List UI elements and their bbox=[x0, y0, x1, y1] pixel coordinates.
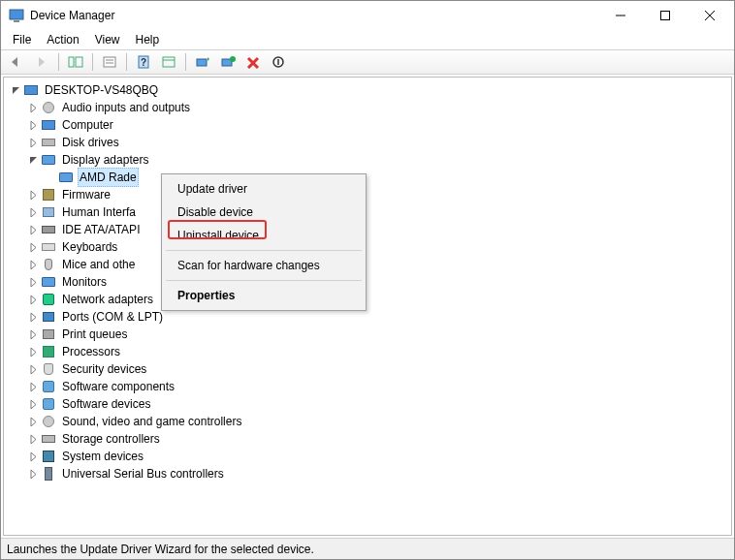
tree-item-cat-5[interactable]: Human Interfa bbox=[10, 203, 725, 221]
expand-icon[interactable] bbox=[27, 381, 39, 392]
tree-item-cat-4[interactable]: Firmware bbox=[10, 186, 725, 203]
ctx-disable-device[interactable]: Disable device bbox=[164, 201, 364, 224]
tree-item-cat-2[interactable]: Disk drives bbox=[10, 134, 725, 151]
sound-icon bbox=[41, 414, 56, 429]
svg-rect-0 bbox=[10, 10, 23, 19]
tree-item-cat-6[interactable]: IDE ATA/ATAPI bbox=[10, 221, 725, 238]
tree-item-label: Keyboards bbox=[60, 238, 119, 256]
sys-icon bbox=[41, 449, 56, 464]
sec-icon bbox=[41, 361, 56, 377]
close-button[interactable] bbox=[687, 1, 732, 30]
tree-item-cat-0[interactable]: Audio inputs and outputs bbox=[10, 99, 725, 116]
ctx-separator bbox=[166, 250, 362, 251]
tree-item-label: Print queues bbox=[60, 326, 129, 343]
forward-button[interactable] bbox=[30, 51, 53, 73]
tree-item-label: Audio inputs and outputs bbox=[60, 99, 192, 116]
expand-icon[interactable] bbox=[27, 294, 39, 305]
tree-item-cat-17[interactable]: Sound, video and game controllers bbox=[10, 413, 725, 430]
collapse-icon[interactable] bbox=[10, 84, 21, 96]
maximize-button[interactable] bbox=[643, 1, 687, 30]
expand-icon[interactable] bbox=[27, 346, 39, 358]
expand-icon[interactable] bbox=[27, 102, 39, 113]
tree-item-label: AMD Rade bbox=[78, 168, 139, 187]
tree-item-cat-1[interactable]: Computer bbox=[10, 116, 725, 134]
tree-item-cat-15[interactable]: Software components bbox=[10, 378, 725, 395]
tree-item-cat-18[interactable]: Storage controllers bbox=[10, 430, 725, 448]
expand-icon[interactable] bbox=[27, 311, 39, 323]
list-button[interactable] bbox=[157, 51, 180, 73]
expand-icon[interactable] bbox=[27, 241, 39, 253]
svg-point-17 bbox=[230, 56, 236, 62]
help-button[interactable]: ? bbox=[132, 51, 155, 73]
ctx-properties[interactable]: Properties bbox=[164, 284, 364, 307]
scan-hardware-button[interactable] bbox=[216, 51, 240, 73]
tree-item-label: Processors bbox=[60, 343, 122, 360]
tree-item-cat-11[interactable]: Ports (COM & LPT) bbox=[10, 308, 725, 326]
tree-item-label: Software components bbox=[60, 378, 176, 395]
tree-item-cat-7[interactable]: Keyboards bbox=[10, 238, 725, 256]
tree-item-cat-19[interactable]: System devices bbox=[10, 448, 725, 465]
tree-item-cat-16[interactable]: Software devices bbox=[10, 395, 725, 413]
tree-item-root[interactable]: DESKTOP-VS48QBQ bbox=[10, 81, 725, 99]
expand-icon[interactable] bbox=[27, 433, 39, 445]
expand-icon[interactable] bbox=[27, 276, 39, 288]
tree-item-label: Software devices bbox=[60, 395, 152, 413]
update-driver-button[interactable] bbox=[191, 51, 214, 73]
back-button[interactable] bbox=[5, 51, 28, 73]
comp-icon bbox=[41, 117, 56, 133]
tree-item-cat-14[interactable]: Security devices bbox=[10, 360, 725, 378]
svg-rect-7 bbox=[76, 57, 82, 67]
menu-help[interactable]: Help bbox=[128, 31, 168, 48]
comp-icon bbox=[23, 82, 39, 98]
ctx-scan-hardware[interactable]: Scan for hardware changes bbox=[164, 254, 364, 277]
expand-icon[interactable] bbox=[27, 363, 39, 375]
net-icon bbox=[41, 292, 56, 307]
menu-file[interactable]: File bbox=[5, 31, 39, 48]
expand-icon[interactable] bbox=[27, 189, 39, 201]
expand-icon[interactable] bbox=[27, 137, 39, 148]
minimize-button[interactable] bbox=[598, 1, 643, 30]
expand-icon[interactable] bbox=[27, 416, 39, 427]
svg-rect-6 bbox=[69, 57, 74, 67]
expand-icon[interactable] bbox=[27, 328, 39, 340]
menu-view[interactable]: View bbox=[87, 31, 128, 48]
disable-button[interactable] bbox=[267, 51, 290, 73]
tree-item-cat-20[interactable]: Universal Serial Bus controllers bbox=[10, 465, 725, 482]
show-hide-tree-button[interactable] bbox=[64, 51, 87, 73]
toolbar-separator bbox=[92, 53, 93, 71]
device-tree-panel[interactable]: DESKTOP-VS48QBQAudio inputs and outputsC… bbox=[3, 77, 732, 536]
tree-item-cat-3-child-0[interactable]: AMD Rade bbox=[10, 169, 725, 186]
properties-button[interactable] bbox=[98, 51, 121, 73]
menu-action[interactable]: Action bbox=[39, 31, 86, 48]
svg-rect-8 bbox=[104, 57, 115, 67]
expand-icon[interactable] bbox=[27, 398, 39, 410]
uninstall-button[interactable] bbox=[241, 51, 265, 73]
ctx-uninstall-device[interactable]: Uninstall device bbox=[164, 224, 364, 247]
tree-item-cat-9[interactable]: Monitors bbox=[10, 273, 725, 291]
tree-item-cat-13[interactable]: Processors bbox=[10, 343, 725, 360]
svg-rect-3 bbox=[661, 12, 670, 20]
expand-icon[interactable] bbox=[27, 468, 39, 480]
tree-item-cat-12[interactable]: Print queues bbox=[10, 326, 725, 343]
tree-item-label: Display adapters bbox=[60, 151, 150, 169]
ctx-update-driver[interactable]: Update driver bbox=[164, 177, 364, 201]
tree-item-cat-3[interactable]: Display adapters bbox=[10, 151, 725, 169]
collapse-icon[interactable] bbox=[27, 154, 39, 166]
kb-icon bbox=[41, 239, 56, 255]
tree-item-cat-8[interactable]: Mice and othe bbox=[10, 256, 725, 273]
expand-icon[interactable] bbox=[27, 224, 39, 235]
tree-item-label: IDE ATA/ATAPI bbox=[60, 221, 142, 238]
svg-rect-1 bbox=[14, 20, 19, 22]
tree-item-label: Sound, video and game controllers bbox=[60, 413, 243, 430]
expand-icon[interactable] bbox=[27, 206, 39, 218]
expand-icon[interactable] bbox=[27, 259, 39, 270]
soft-icon bbox=[41, 396, 56, 412]
display-icon bbox=[41, 274, 56, 290]
display-icon bbox=[41, 152, 56, 168]
ctx-separator bbox=[166, 280, 362, 281]
tree-item-label: Security devices bbox=[60, 360, 148, 378]
expand-icon[interactable] bbox=[27, 119, 39, 131]
expand-icon[interactable] bbox=[27, 451, 39, 462]
tree-item-cat-10[interactable]: Network adapters bbox=[10, 291, 725, 308]
fw-icon bbox=[41, 187, 56, 202]
